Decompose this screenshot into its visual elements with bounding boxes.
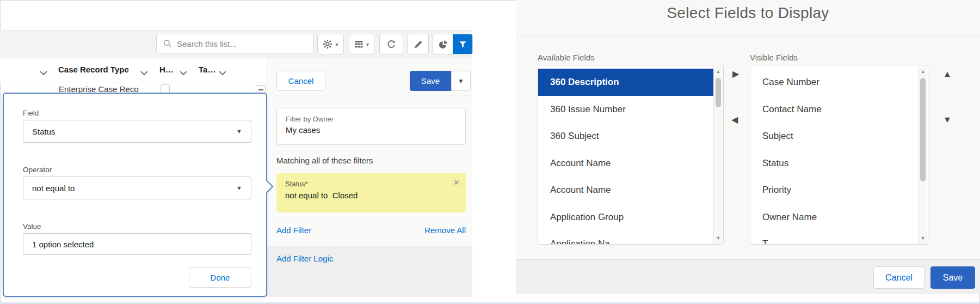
- screenshot-root: ▾ ▾: [0, 0, 980, 304]
- field-select[interactable]: Status ▼: [23, 120, 251, 143]
- dialog-cancel-button[interactable]: Cancel: [873, 266, 924, 289]
- caret-down-icon: ▾: [366, 41, 369, 47]
- table-header: Case Record Type H… Ta…: [0, 58, 267, 82]
- filter-cancel-button[interactable]: Cancel: [276, 71, 325, 91]
- move-left-button[interactable]: ◀: [731, 115, 738, 124]
- available-fields-label: Available Fields: [538, 53, 595, 62]
- add-filter-logic-link[interactable]: Add Filter Logic: [276, 254, 333, 263]
- dialog-title: Select Fields to Display: [516, 4, 980, 22]
- filter-panel-divider: [267, 95, 472, 95]
- list-item[interactable]: 360 Subject: [538, 123, 713, 150]
- chevron-down-icon[interactable]: [219, 68, 226, 78]
- field-label: Field: [23, 109, 39, 117]
- chevron-down-icon[interactable]: [40, 68, 47, 78]
- caret-down-icon: ▼: [458, 77, 464, 85]
- column-header-truncated[interactable]: H…: [159, 65, 174, 74]
- move-down-button[interactable]: ▼: [943, 115, 952, 124]
- column-header-truncated-2[interactable]: Ta…: [199, 65, 215, 74]
- scroll-down-icon[interactable]: ▼: [919, 235, 927, 241]
- list-item[interactable]: Owner Name: [750, 204, 918, 231]
- matching-filters-text: Matching all of these filters: [276, 156, 373, 165]
- filter-save-button[interactable]: Save: [410, 71, 451, 91]
- settings-button[interactable]: ▾: [317, 34, 344, 54]
- close-icon[interactable]: ×: [453, 178, 459, 187]
- operator-label: Operator: [23, 166, 52, 174]
- scrollbar-thumb[interactable]: [920, 78, 926, 181]
- visible-fields-list[interactable]: ▲ ▼ Case NumberContact NameSubjectStatus…: [750, 65, 928, 245]
- list-item[interactable]: 360 Description: [538, 69, 713, 96]
- dash-icon: [258, 89, 263, 90]
- display-as-table-button[interactable]: ▾: [349, 34, 374, 54]
- scroll-up-icon[interactable]: ▲: [919, 69, 927, 74]
- chevron-down-icon[interactable]: [140, 68, 148, 78]
- list-item[interactable]: Account Name: [538, 177, 713, 204]
- filter-by-owner-label: Filter by Owner: [286, 115, 457, 123]
- charts-button[interactable]: [433, 34, 453, 54]
- filter-by-owner-value: My cases: [286, 125, 457, 135]
- refresh-button[interactable]: [379, 34, 403, 54]
- filters-button[interactable]: [453, 34, 472, 54]
- search-input[interactable]: [177, 39, 307, 48]
- move-up-button[interactable]: ▲: [943, 70, 952, 78]
- edit-button[interactable]: [407, 34, 429, 54]
- list-item[interactable]: T: [750, 230, 918, 245]
- dialog-footer: Cancel Save: [516, 259, 980, 294]
- remove-all-link[interactable]: Remove All: [424, 226, 466, 235]
- column-header-case-record-type[interactable]: Case Record Type: [58, 65, 129, 74]
- list-item[interactable]: Status: [750, 150, 918, 177]
- list-item[interactable]: Subject: [750, 123, 918, 150]
- filter-by-owner-card[interactable]: Filter by Owner My cases: [276, 108, 466, 145]
- visible-list-scrollbar[interactable]: ▲ ▼: [918, 66, 927, 244]
- search-input-wrapper: [156, 34, 314, 53]
- list-item[interactable]: 360 Issue Number: [538, 96, 713, 123]
- filter-chip-field: Status*: [285, 180, 457, 188]
- value-input-text: 1 option selected: [32, 240, 94, 249]
- visible-fields-label: Visible Fields: [750, 53, 798, 62]
- list-item[interactable]: Priority: [750, 177, 918, 204]
- dialog-title-divider: [516, 35, 980, 35]
- list-item[interactable]: Contact Name: [750, 96, 918, 123]
- list-item[interactable]: Application Na: [538, 230, 713, 245]
- available-list-scrollbar[interactable]: ▲ ▼: [713, 66, 723, 244]
- funnel-icon: [459, 40, 467, 48]
- caret-down-icon: ▼: [236, 185, 242, 191]
- select-fields-dialog: Select Fields to Display Available Field…: [516, 0, 980, 294]
- filter-links-row: Add Filter Remove All: [276, 226, 466, 235]
- chart-filter-button-group: [433, 34, 473, 54]
- operator-select-value: not equal to: [32, 184, 75, 193]
- available-fields-list[interactable]: ▲ ▼ 360 Description360 Issue Number360 S…: [538, 65, 724, 245]
- gear-icon: [323, 39, 332, 49]
- scrollbar-thumb[interactable]: [716, 78, 721, 107]
- value-input[interactable]: 1 option selected: [23, 233, 251, 255]
- table-icon: [354, 40, 363, 49]
- list-item[interactable]: Account Name: [538, 150, 713, 177]
- list-item[interactable]: Case Number: [750, 69, 918, 96]
- caret-down-icon: ▾: [335, 41, 338, 47]
- list-item[interactable]: Application Group: [538, 204, 713, 231]
- filter-edit-popover: Field Status ▼ Operator not equal to ▼ V…: [3, 93, 267, 297]
- value-label: Value: [23, 222, 41, 230]
- pencil-icon: [414, 40, 423, 49]
- chevron-down-icon[interactable]: [180, 68, 187, 78]
- filter-chip-status[interactable]: Status* not equal to Closed ×: [276, 173, 466, 212]
- scroll-down-icon[interactable]: ▼: [714, 235, 723, 241]
- add-filter-link[interactable]: Add Filter: [276, 226, 311, 235]
- refresh-icon: [387, 40, 396, 49]
- operator-select[interactable]: not equal to ▼: [23, 177, 251, 199]
- dialog-save-button[interactable]: Save: [930, 266, 975, 289]
- move-right-button[interactable]: ▶: [732, 70, 739, 78]
- filter-chip-condition: not equal to Closed: [285, 191, 457, 200]
- search-icon: [163, 39, 172, 48]
- caret-down-icon: ▼: [236, 128, 242, 135]
- save-dropdown-button[interactable]: ▼: [451, 71, 471, 91]
- field-select-value: Status: [32, 127, 56, 136]
- pie-chart-icon: [439, 40, 448, 49]
- done-button[interactable]: Done: [189, 267, 251, 288]
- scroll-up-icon[interactable]: ▲: [714, 69, 723, 74]
